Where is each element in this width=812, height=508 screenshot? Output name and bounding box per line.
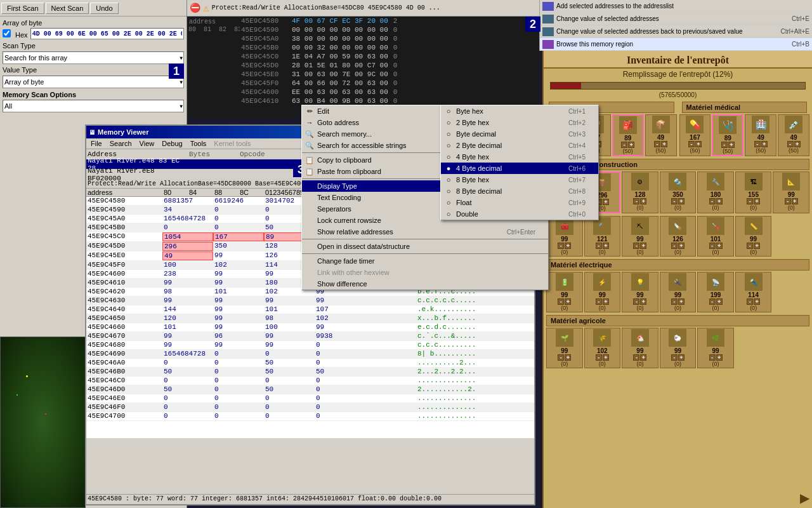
item-plus-btn[interactable]: + <box>640 243 646 249</box>
ctx-fade-timer[interactable]: Change fade timer <box>302 255 548 267</box>
revert-value-action[interactable]: Change value of selected addresses back … <box>540 25 812 38</box>
item-plus-btn[interactable]: + <box>754 243 760 249</box>
submenu-2byte-decimal[interactable]: ○ 2 Byte decimal Ctrl+4 <box>441 140 598 151</box>
item-minus-btn[interactable]: - <box>785 198 791 204</box>
item-minus-btn[interactable]: - <box>558 354 564 361</box>
item-minus-btn[interactable]: - <box>709 198 716 204</box>
item-minus-btn[interactable]: - <box>621 142 627 148</box>
submenu-byte-decimal[interactable]: ○ Byte decimal Ctrl+3 <box>441 128 598 140</box>
item-minus-btn[interactable]: - <box>721 142 728 148</box>
item-minus-btn[interactable]: - <box>596 298 602 305</box>
sm-byte-dec-label: Byte decimal <box>456 130 556 138</box>
item-minus-btn[interactable]: - <box>633 298 639 305</box>
item-minus-btn[interactable]: - <box>633 354 639 361</box>
item-plus-btn[interactable]: + <box>716 298 723 305</box>
item-minus-btn[interactable]: - <box>596 243 602 249</box>
ctx-open-dissect[interactable]: Open in dissect data/structure <box>302 241 548 252</box>
item-plus-btn[interactable]: + <box>728 142 735 148</box>
item-minus-btn[interactable]: - <box>558 298 564 305</box>
item-minus-btn[interactable]: - <box>633 243 639 249</box>
item-controls: - + <box>787 141 801 147</box>
item-plus-btn[interactable]: + <box>794 141 801 147</box>
item-minus-btn[interactable]: - <box>654 141 660 147</box>
item-minus-btn[interactable]: - <box>747 198 753 204</box>
next-scan-button[interactable]: Next Scan <box>46 3 89 14</box>
undo-button[interactable]: Undo <box>90 3 118 14</box>
item-plus-btn[interactable]: + <box>695 141 702 147</box>
hex-input[interactable] <box>30 28 184 39</box>
item-plus-btn[interactable]: + <box>640 354 646 361</box>
first-scan-button[interactable]: First Scan <box>1 3 44 14</box>
submenu-8byte-hex[interactable]: ○ 8 Byte hex Ctrl+7 <box>441 174 598 185</box>
item-plus-btn[interactable]: + <box>565 243 571 249</box>
item-minus-btn[interactable]: - <box>671 243 678 249</box>
mv-menu-tools[interactable]: Tools <box>187 139 211 148</box>
browse-memory-action[interactable]: Browse this memory region Ctrl+B <box>540 38 812 51</box>
right-arrow-icon[interactable]: ▶ <box>800 491 809 505</box>
submenu-double[interactable]: ○ Double Ctrl+0 <box>441 208 598 220</box>
item-stock: (0) <box>636 249 643 255</box>
item-plus-btn[interactable]: + <box>640 198 646 204</box>
submenu-byte-hex[interactable]: ○ Byte hex Ctrl+1 <box>441 105 598 117</box>
item-plus-btn[interactable]: + <box>678 243 684 249</box>
item-minus-btn[interactable]: - <box>709 298 716 305</box>
hex-checkbox[interactable] <box>3 29 11 37</box>
item-plus-btn[interactable]: + <box>640 298 646 305</box>
item-count: 89 <box>624 135 631 142</box>
submenu-4byte-hex[interactable]: ○ 4 Byte hex Ctrl+5 <box>441 151 598 163</box>
item-plus-btn[interactable]: + <box>678 198 684 204</box>
item-controls: - + <box>558 298 571 305</box>
item-plus-btn[interactable]: + <box>754 198 760 204</box>
item-plus-btn[interactable]: + <box>678 354 684 361</box>
mv-menu-search[interactable]: Search <box>106 139 136 148</box>
item-minus-btn[interactable]: - <box>596 354 602 361</box>
item-plus-btn[interactable]: + <box>761 141 768 147</box>
change-value-action[interactable]: Change value of selected addresses Ctrl+… <box>540 13 812 25</box>
item-plus-btn[interactable]: + <box>565 354 571 361</box>
item-minus-btn[interactable]: - <box>558 243 564 249</box>
item-plus-btn[interactable]: + <box>603 243 609 249</box>
item-minus-btn[interactable]: - <box>709 354 716 361</box>
submenu-4byte-decimal[interactable]: ● 4 Byte decimal Ctrl+6 <box>441 163 598 174</box>
scan-type-select[interactable]: Search for this array <box>3 51 184 64</box>
item-plus-btn[interactable]: + <box>565 298 571 305</box>
item-plus-btn[interactable]: + <box>603 354 609 361</box>
item-plus-btn[interactable]: + <box>792 198 798 204</box>
item-plus-btn[interactable]: + <box>603 298 609 305</box>
item-controls: - + <box>633 198 646 204</box>
submenu-float[interactable]: ○ Float Ctrl+9 <box>441 197 598 208</box>
ctx-goto-icon: → <box>304 119 315 126</box>
sm-radio-1: ○ <box>443 107 454 115</box>
item-minus-btn[interactable]: - <box>709 243 716 249</box>
mv-menu-debug[interactable]: Debug <box>158 139 186 148</box>
item-plus-btn[interactable]: + <box>661 141 667 147</box>
item-plus-btn[interactable]: + <box>754 298 760 305</box>
memory-scan-select[interactable]: All <box>3 100 184 112</box>
item-minus-btn[interactable]: - <box>633 198 639 204</box>
item-minus-btn[interactable]: - <box>671 198 678 204</box>
item-minus-btn[interactable]: - <box>688 141 695 147</box>
mv-menu-view[interactable]: View <box>136 139 159 148</box>
add-address-action[interactable]: Add selected addresses to the addresslis… <box>540 0 812 13</box>
ctx-show-diff[interactable]: Show difference <box>302 278 548 290</box>
item-plus-btn[interactable]: + <box>678 298 684 305</box>
item-plus-btn[interactable]: + <box>716 243 723 249</box>
ctx-show-relative[interactable]: Show relative addresses Ctrl+Enter <box>302 226 548 237</box>
item-minus-btn[interactable]: - <box>747 298 753 305</box>
item-minus-btn[interactable]: - <box>747 243 753 249</box>
mv-menu-file[interactable]: File <box>87 139 106 148</box>
item-plus-btn[interactable]: + <box>628 142 634 148</box>
item-plus-btn[interactable]: + <box>716 354 723 361</box>
item-stock: (0) <box>561 305 568 311</box>
item-plus-btn[interactable]: + <box>716 198 723 204</box>
submenu-8byte-decimal[interactable]: ○ 8 Byte decimal Ctrl+8 <box>441 185 598 197</box>
nav-arrow[interactable]: ▶ <box>800 490 809 505</box>
item-minus-btn[interactable]: - <box>754 141 761 147</box>
item-plus-btn[interactable]: + <box>603 199 609 205</box>
item-minus-btn[interactable]: - <box>671 354 678 361</box>
mv-menu-kernel[interactable]: Kernel tools <box>210 139 254 148</box>
item-minus-btn[interactable]: - <box>787 141 794 147</box>
submenu-2byte-hex[interactable]: ○ 2 Byte hex Ctrl+2 <box>441 117 598 128</box>
value-type-select[interactable]: Array of byte <box>3 76 184 88</box>
item-minus-btn[interactable]: - <box>671 298 678 305</box>
